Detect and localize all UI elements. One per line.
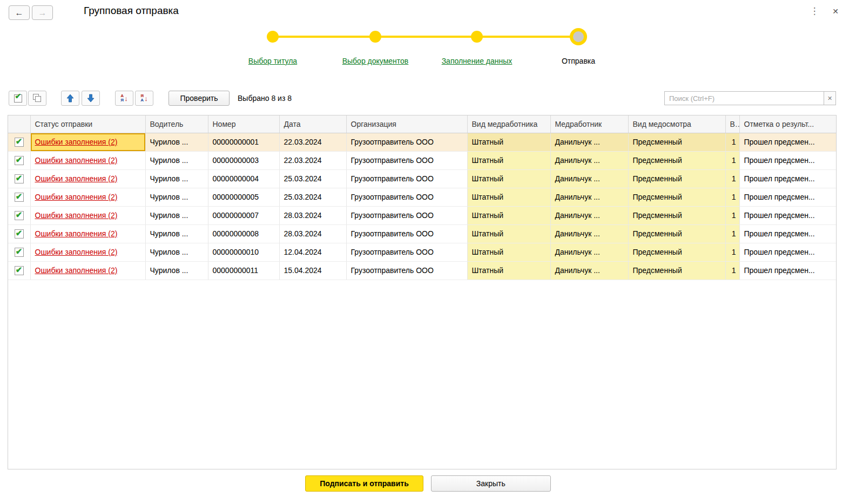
driver-cell[interactable]: Чурилов ... [145, 261, 208, 280]
row-checkbox[interactable]: ✔ [15, 138, 24, 147]
number-cell[interactable]: 00000000011 [208, 261, 279, 280]
v-cell[interactable]: 1 [725, 243, 739, 261]
driver-cell[interactable]: Чурилов ... [145, 243, 208, 261]
medworker-cell[interactable]: Данильчук ... [550, 151, 628, 169]
status-cell[interactable]: Ошибки заполнения (2) [30, 151, 145, 169]
table-row[interactable]: ✔ Ошибки заполнения (2) Чурилов ... 0000… [8, 261, 836, 280]
number-cell[interactable]: 00000000007 [208, 206, 279, 224]
move-up-button[interactable] [61, 91, 79, 106]
header-medworker-type[interactable]: Вид медработника [467, 115, 550, 133]
v-cell[interactable]: 1 [725, 261, 739, 280]
medworker-cell[interactable]: Данильчук ... [550, 243, 628, 261]
medworker-cell[interactable]: Данильчук ... [550, 133, 628, 151]
sort-ascending-button[interactable]: А Я ↓ [115, 91, 133, 106]
v-cell[interactable]: 1 [725, 224, 739, 243]
status-error-link[interactable]: Ошибки заполнения (2) [35, 248, 118, 256]
search-clear-button[interactable]: ✕ [824, 91, 836, 105]
header-medworker[interactable]: Медработник [550, 115, 628, 133]
exam-type-cell[interactable]: Предсменный [628, 188, 725, 206]
number-cell[interactable]: 00000000001 [208, 133, 279, 151]
medworker-type-cell[interactable]: Штатный [467, 206, 550, 224]
row-checkbox[interactable]: ✔ [15, 211, 24, 220]
status-cell[interactable]: Ошибки заполнения (2) [30, 188, 145, 206]
date-cell[interactable]: 28.03.2024 [279, 206, 346, 224]
exam-type-cell[interactable]: Предсменный [628, 243, 725, 261]
table-row[interactable]: ✔ Ошибки заполнения (2) Чурилов ... 0000… [8, 151, 836, 169]
result-mark-cell[interactable]: Прошел предсмен... [739, 133, 836, 151]
status-error-link[interactable]: Ошибки заполнения (2) [35, 229, 118, 238]
row-checkbox[interactable]: ✔ [15, 229, 24, 239]
header-exam-type[interactable]: Вид медосмотра [628, 115, 725, 133]
check-all-button[interactable]: ✔ [9, 91, 27, 106]
driver-cell[interactable]: Чурилов ... [145, 188, 208, 206]
header-date[interactable]: Дата [279, 115, 346, 133]
status-error-link[interactable]: Ошибки заполнения (2) [35, 193, 118, 201]
date-cell[interactable]: 22.03.2024 [279, 133, 346, 151]
medworker-cell[interactable]: Данильчук ... [550, 169, 628, 188]
v-cell[interactable]: 1 [725, 133, 739, 151]
v-cell[interactable]: 1 [725, 151, 739, 169]
result-mark-cell[interactable]: Прошел предсмен... [739, 188, 836, 206]
exam-type-cell[interactable]: Предсменный [628, 206, 725, 224]
number-cell[interactable]: 00000000010 [208, 243, 279, 261]
medworker-cell[interactable]: Данильчук ... [550, 261, 628, 280]
move-down-button[interactable] [82, 91, 100, 106]
driver-cell[interactable]: Чурилов ... [145, 151, 208, 169]
header-status[interactable]: Статус отправки [30, 115, 145, 133]
status-cell[interactable]: Ошибки заполнения (2) [30, 224, 145, 243]
result-mark-cell[interactable]: Прошел предсмен... [739, 261, 836, 280]
organization-cell[interactable]: Грузоотправитель ООО [346, 133, 467, 151]
header-result-mark[interactable]: Отметка о результ... [739, 115, 836, 133]
exam-type-cell[interactable]: Предсменный [628, 151, 725, 169]
organization-cell[interactable]: Грузоотправитель ООО [346, 188, 467, 206]
row-checkbox[interactable]: ✔ [15, 266, 24, 275]
status-error-link[interactable]: Ошибки заполнения (2) [35, 138, 118, 146]
driver-cell[interactable]: Чурилов ... [145, 169, 208, 188]
date-cell[interactable]: 12.04.2024 [279, 243, 346, 261]
organization-cell[interactable]: Грузоотправитель ООО [346, 206, 467, 224]
sign-and-send-button[interactable]: Подписать и отправить [305, 475, 423, 492]
close-button[interactable]: Закрыть [431, 475, 551, 492]
medworker-cell[interactable]: Данильчук ... [550, 206, 628, 224]
row-checkbox[interactable]: ✔ [15, 156, 24, 165]
sort-descending-button[interactable]: Я А ↓ [135, 91, 153, 106]
medworker-type-cell[interactable]: Штатный [467, 169, 550, 188]
driver-cell[interactable]: Чурилов ... [145, 133, 208, 151]
uncheck-all-button[interactable] [28, 91, 46, 106]
row-checkbox[interactable]: ✔ [15, 248, 24, 257]
exam-type-cell[interactable]: Предсменный [628, 133, 725, 151]
row-checkbox[interactable]: ✔ [15, 174, 24, 183]
organization-cell[interactable]: Грузоотправитель ООО [346, 151, 467, 169]
v-cell[interactable]: 1 [725, 169, 739, 188]
header-number[interactable]: Номер [208, 115, 279, 133]
date-cell[interactable]: 25.03.2024 [279, 188, 346, 206]
status-cell[interactable]: Ошибки заполнения (2) [30, 206, 145, 224]
driver-cell[interactable]: Чурилов ... [145, 206, 208, 224]
header-organization[interactable]: Организация [346, 115, 467, 133]
number-cell[interactable]: 00000000005 [208, 188, 279, 206]
table-row[interactable]: ✔ Ошибки заполнения (2) Чурилов ... 0000… [8, 206, 836, 224]
result-mark-cell[interactable]: Прошел предсмен... [739, 169, 836, 188]
date-cell[interactable]: 25.03.2024 [279, 169, 346, 188]
date-cell[interactable]: 28.03.2024 [279, 224, 346, 243]
result-mark-cell[interactable]: Прошел предсмен... [739, 224, 836, 243]
number-cell[interactable]: 00000000008 [208, 224, 279, 243]
medworker-type-cell[interactable]: Штатный [467, 224, 550, 243]
organization-cell[interactable]: Грузоотправитель ООО [346, 243, 467, 261]
status-cell[interactable]: Ошибки заполнения (2) [30, 261, 145, 280]
header-v-truncated[interactable]: В [725, 115, 739, 133]
table-row[interactable]: ✔ Ошибки заполнения (2) Чурилов ... 0000… [8, 133, 836, 151]
date-cell[interactable]: 15.04.2024 [279, 261, 346, 280]
status-cell[interactable]: Ошибки заполнения (2) [30, 133, 145, 151]
medworker-type-cell[interactable]: Штатный [467, 151, 550, 169]
medworker-type-cell[interactable]: Штатный [467, 261, 550, 280]
table-row[interactable]: ✔ Ошибки заполнения (2) Чурилов ... 0000… [8, 224, 836, 243]
table-row[interactable]: ✔ Ошибки заполнения (2) Чурилов ... 0000… [8, 243, 836, 261]
exam-type-cell[interactable]: Предсменный [628, 169, 725, 188]
status-error-link[interactable]: Ошибки заполнения (2) [35, 266, 118, 275]
header-driver[interactable]: Водитель [145, 115, 208, 133]
search-input[interactable] [664, 91, 824, 105]
date-cell[interactable]: 22.03.2024 [279, 151, 346, 169]
organization-cell[interactable]: Грузоотправитель ООО [346, 169, 467, 188]
number-cell[interactable]: 00000000004 [208, 169, 279, 188]
